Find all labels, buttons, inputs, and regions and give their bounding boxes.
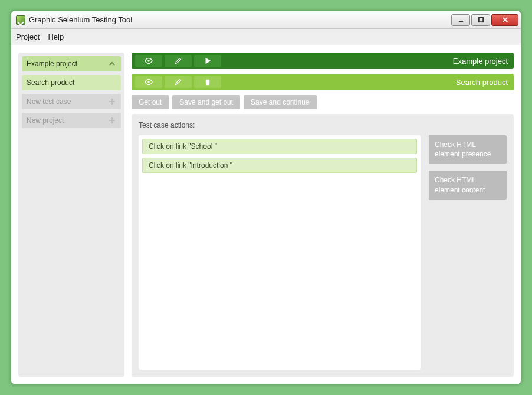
main: Example project Search product Get out S…	[132, 53, 514, 377]
window-controls	[451, 14, 518, 26]
menu-project[interactable]: Project	[16, 32, 40, 41]
project-edit-button[interactable]	[165, 55, 192, 67]
plus-icon	[108, 116, 116, 125]
play-icon	[203, 57, 212, 65]
sidebar-item-label: Search product	[27, 79, 74, 87]
get-out-button[interactable]: Get out	[132, 95, 169, 109]
svg-point-10	[147, 81, 150, 83]
action-item[interactable]: Click on link "School "	[142, 139, 417, 154]
titlebar: Graphic Selenium Testing Tool	[11, 11, 521, 29]
minimize-button[interactable]	[451, 14, 470, 26]
sidebar-item-new-project[interactable]: New project	[22, 113, 121, 128]
testcase-delete-button[interactable]	[194, 76, 221, 88]
chevron-up-icon	[108, 60, 116, 68]
sidebar-item-project[interactable]: Example project	[22, 56, 121, 71]
pencil-icon	[174, 57, 182, 65]
sidebar-item-new-testcase[interactable]: New test case	[22, 94, 121, 109]
trash-icon	[203, 78, 212, 86]
project-view-button[interactable]	[135, 55, 162, 67]
project-bar-title: Example project	[453, 57, 508, 66]
svg-rect-1	[478, 18, 482, 22]
sidebar-item-testcase[interactable]: Search product	[22, 75, 121, 90]
svg-point-8	[147, 60, 150, 62]
window-title: Graphic Selenium Testing Tool	[29, 15, 451, 24]
save-continue-button[interactable]: Save and continue	[244, 95, 316, 109]
action-palette: Check HTML element presence Check HTML e…	[429, 121, 507, 370]
workspace-heading: Test case actions:	[139, 121, 421, 129]
sidebar-item-label: New test case	[27, 97, 71, 106]
body: Example project Search product New test …	[11, 45, 521, 384]
maximize-button[interactable]	[471, 14, 490, 26]
workspace-left: Test case actions: Click on link "School…	[139, 121, 421, 370]
app-icon	[16, 15, 25, 25]
project-run-button[interactable]	[194, 55, 221, 67]
palette-check-content[interactable]: Check HTML element content	[429, 171, 507, 199]
plus-icon	[108, 97, 116, 106]
sidebar-item-label: Example project	[27, 60, 77, 68]
sidebar: Example project Search product New test …	[18, 53, 124, 377]
testcase-bar-title: Search product	[456, 78, 508, 87]
pencil-icon	[174, 78, 182, 86]
palette-check-presence[interactable]: Check HTML element presence	[429, 135, 507, 164]
svg-marker-9	[206, 58, 211, 64]
action-item[interactable]: Click on link "Introduction "	[142, 158, 417, 173]
eye-icon	[145, 78, 153, 86]
close-icon	[502, 17, 508, 23]
testcase-edit-button[interactable]	[165, 76, 192, 88]
menu-help[interactable]: Help	[48, 32, 64, 41]
eye-icon	[145, 57, 153, 65]
close-button[interactable]	[491, 14, 518, 26]
menubar: Project Help	[11, 29, 521, 45]
workspace: Test case actions: Click on link "School…	[132, 114, 514, 377]
action-list: Click on link "School " Click on link "I…	[139, 135, 421, 370]
testcase-bar: Search product	[132, 74, 514, 90]
testcase-view-button[interactable]	[135, 76, 162, 88]
minimize-icon	[458, 17, 464, 23]
sidebar-item-label: New project	[27, 116, 64, 125]
save-actions-row: Get out Save and get out Save and contin…	[132, 95, 514, 109]
app-window: Graphic Selenium Testing Tool Project He…	[11, 11, 521, 384]
save-get-out-button[interactable]: Save and get out	[172, 95, 240, 109]
project-bar: Example project	[132, 53, 514, 69]
maximize-icon	[478, 17, 484, 23]
